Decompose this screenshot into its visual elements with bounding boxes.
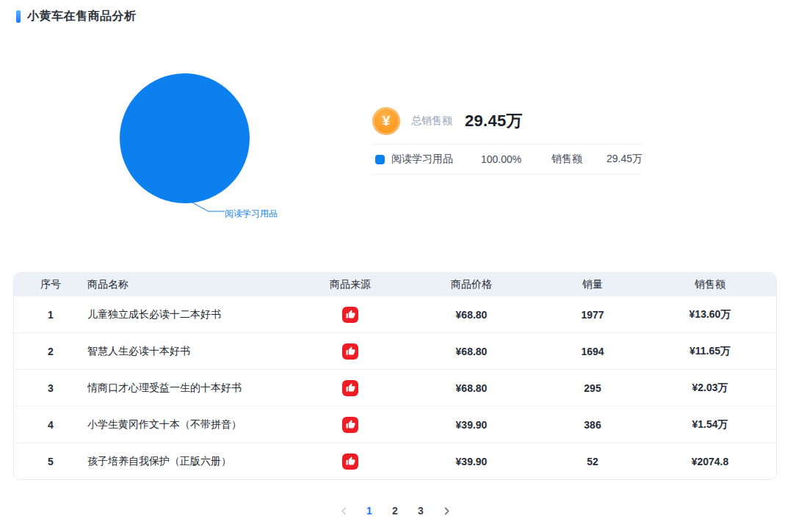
- pagination-page-1[interactable]: 1: [361, 502, 377, 520]
- product-price: ¥68.80: [402, 309, 541, 321]
- chevron-right-icon: [443, 507, 451, 515]
- dashboard-page: 小黄车在售商品分析 阅读学习用品 ¥ 总销售额 29.45万 阅读学习用品 10…: [0, 0, 793, 532]
- product-price: ¥68.80: [402, 382, 541, 394]
- table-row[interactable]: 2 智慧人生必读十本好书 ¥68.80 1694 ¥11.65万: [14, 332, 776, 369]
- product-sales: 52: [541, 456, 644, 467]
- header-sales: 销量: [541, 278, 644, 291]
- legend-category-name: 阅读学习用品: [391, 153, 481, 166]
- pie-slice-reading-supplies[interactable]: [120, 73, 250, 203]
- product-price: ¥39.90: [402, 456, 541, 467]
- pagination-next-button[interactable]: [438, 502, 455, 520]
- table-row[interactable]: 3 情商口才心理受益一生的十本好书 ¥68.80 295 ¥2.03万: [14, 369, 776, 406]
- product-name: 孩子培养自我保护（正版六册）: [87, 455, 299, 468]
- product-name: 智慧人生必读十本好书: [87, 345, 299, 358]
- product-price: ¥39.90: [402, 419, 541, 431]
- product-revenue: ¥1.54万: [644, 418, 776, 431]
- legend-metric-label: 销售额: [551, 153, 603, 166]
- legend-percent: 100.00%: [481, 153, 551, 165]
- row-index: 3: [14, 382, 87, 394]
- pie-callout-label: 阅读学习用品: [225, 208, 278, 220]
- yuan-coin-icon: ¥: [372, 107, 400, 135]
- product-price: ¥68.80: [402, 346, 541, 357]
- total-sales-row: ¥ 总销售额 29.45万: [372, 106, 642, 136]
- product-sales: 295: [541, 382, 644, 394]
- pagination-page-3[interactable]: 3: [413, 502, 429, 520]
- total-sales-label: 总销售额: [411, 114, 452, 128]
- legend-metric-value: 29.45万: [603, 153, 642, 166]
- pagination-prev-button[interactable]: [336, 502, 352, 520]
- product-revenue: ¥2.03万: [644, 382, 776, 395]
- page-title: 小黄车在售商品分析: [16, 9, 137, 24]
- product-source-cell: [299, 417, 402, 433]
- pagination: 1 2 3: [13, 502, 777, 520]
- product-source-cell: [299, 307, 402, 323]
- product-name: 小学生黄冈作文十本（不带拼音）: [87, 418, 299, 431]
- product-source-cell: [299, 343, 402, 360]
- header-source: 商品来源: [299, 278, 402, 291]
- thumbs-up-icon: [342, 380, 358, 396]
- table-row[interactable]: 1 儿童独立成长必读十二本好书 ¥68.80 1977 ¥13.60万: [14, 296, 776, 332]
- product-name: 情商口才心理受益一生的十本好书: [87, 382, 299, 395]
- header-revenue: 销售额: [644, 278, 776, 291]
- title-accent-bar: [16, 10, 21, 23]
- table-header-row: 序号 商品名称 商品来源 商品价格 销量 销售额: [14, 273, 776, 296]
- product-revenue: ¥2074.8: [644, 456, 776, 467]
- header-name: 商品名称: [87, 278, 299, 291]
- row-index: 4: [14, 419, 87, 431]
- table-row[interactable]: 4 小学生黄冈作文十本（不带拼音） ¥39.90 386 ¥1.54万: [14, 406, 776, 442]
- header-index: 序号: [14, 278, 87, 291]
- product-sales: 1694: [541, 346, 644, 357]
- thumbs-up-icon: [342, 307, 358, 323]
- page-title-text: 小黄车在售商品分析: [27, 9, 137, 24]
- thumbs-up-icon: [342, 343, 358, 360]
- product-source-cell: [299, 453, 402, 470]
- product-sales: 1977: [541, 309, 644, 321]
- legend-row-reading-supplies[interactable]: 阅读学习用品 100.00% 销售额 29.45万: [372, 144, 642, 175]
- thumbs-up-icon: [342, 453, 358, 470]
- products-table: 序号 商品名称 商品来源 商品价格 销量 销售额 1 儿童独立成长必读十二本好书…: [13, 272, 777, 480]
- product-source-cell: [299, 380, 402, 396]
- table-row[interactable]: 5 孩子培养自我保护（正版六册） ¥39.90 52 ¥2074.8: [14, 442, 776, 479]
- header-price: 商品价格: [402, 278, 541, 291]
- product-sales: 386: [541, 419, 644, 431]
- product-revenue: ¥11.65万: [644, 345, 776, 358]
- row-index: 2: [14, 346, 87, 357]
- total-sales-value: 29.45万: [465, 110, 523, 132]
- sales-summary-panel: ¥ 总销售额 29.45万 阅读学习用品 100.00% 销售额 29.45万: [372, 106, 642, 175]
- product-revenue: ¥13.60万: [644, 308, 776, 321]
- row-index: 1: [14, 309, 87, 321]
- pagination-page-2[interactable]: 2: [387, 502, 403, 520]
- yuan-symbol: ¥: [383, 113, 391, 129]
- product-name: 儿童独立成长必读十二本好书: [87, 308, 299, 321]
- chevron-left-icon: [340, 507, 348, 515]
- legend-color-swatch: [375, 155, 385, 164]
- thumbs-up-icon: [342, 417, 358, 433]
- row-index: 5: [14, 456, 87, 467]
